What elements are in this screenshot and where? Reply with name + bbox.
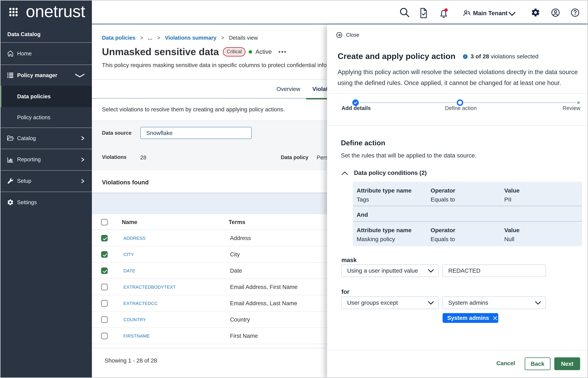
svg-text:onetrust: onetrust [26, 2, 85, 21]
